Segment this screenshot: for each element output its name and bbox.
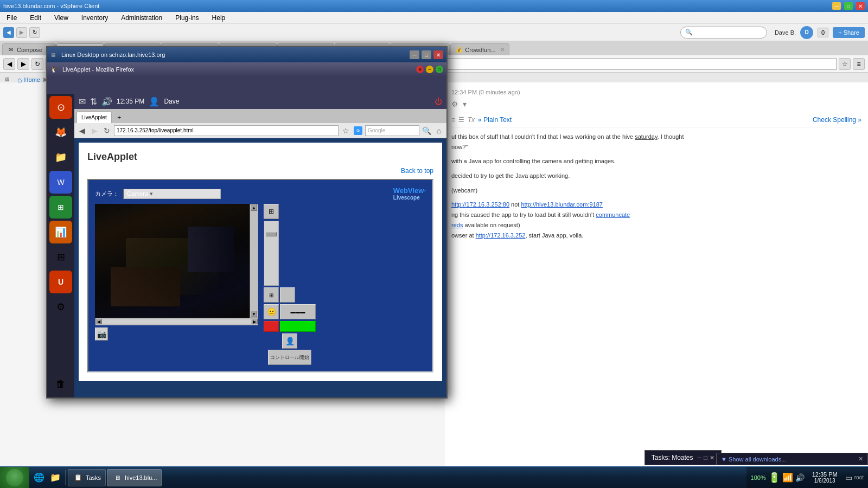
vsphere-menubar: File Edit View Inventory Administration … bbox=[0, 12, 868, 24]
camera-hscroll[interactable]: ◀ ▶ bbox=[95, 318, 258, 325]
start-button[interactable] bbox=[0, 467, 29, 489]
ql-folder-icon[interactable]: 📁 bbox=[48, 470, 63, 485]
tab-crowdfun-close[interactable]: ✕ bbox=[500, 47, 505, 53]
firefox-liveapplet-tab[interactable]: LiveApplet bbox=[76, 111, 112, 123]
new-tab-button[interactable]: + bbox=[114, 112, 125, 123]
hscroll-right[interactable]: ▶ bbox=[251, 319, 258, 324]
impress-sidebar-icon[interactable]: 📊 bbox=[49, 221, 72, 243]
taskbar-tasks[interactable]: 📋 Tasks bbox=[68, 469, 106, 486]
vscroll-up[interactable]: ▲ bbox=[251, 204, 257, 211]
vscroll-down[interactable]: ▼ bbox=[251, 311, 257, 317]
file-menu[interactable]: File bbox=[3, 13, 20, 23]
help-menu[interactable]: Help bbox=[209, 13, 229, 23]
show-downloads-link[interactable]: ▼ Show all downloads... bbox=[721, 456, 786, 463]
ff-search-btn[interactable]: 🔍 bbox=[421, 125, 432, 136]
record-button[interactable]: ▬▬▬ bbox=[280, 304, 316, 319]
ql-ie-icon[interactable]: 🌐 bbox=[31, 470, 47, 485]
link-3[interactable]: communcate bbox=[596, 211, 630, 218]
tab-crowdfun[interactable]: 💰 Crowdfun... ✕ bbox=[450, 43, 509, 55]
format-icon-3[interactable]: Tx bbox=[468, 116, 475, 124]
face-button[interactable]: 😐 bbox=[264, 304, 279, 319]
snapshot-button[interactable]: 📷 bbox=[95, 328, 108, 341]
camera-select[interactable]: Camera ▾ bbox=[123, 189, 221, 199]
share-button[interactable]: + Share bbox=[833, 27, 865, 38]
system-tray: 100% 🔋 📶 🔊 12:35 PM 1/6/2013 ▭ root bbox=[746, 467, 868, 488]
ff-back-button[interactable]: ◀ bbox=[76, 125, 87, 136]
ff-home-btn[interactable]: ⌂ bbox=[433, 125, 444, 136]
close-button[interactable]: ✕ bbox=[856, 2, 865, 10]
tab-compose-label: Compose bbox=[17, 47, 42, 53]
hscroll-left[interactable]: ◀ bbox=[95, 319, 102, 324]
downloads-close-btn[interactable]: ✕ bbox=[858, 455, 863, 463]
plain-text-label[interactable]: « Plain Text bbox=[478, 116, 512, 124]
toolbar-refresh[interactable]: ↻ bbox=[29, 27, 40, 38]
menu-button[interactable]: ≡ bbox=[853, 58, 865, 70]
u-sidebar-icon[interactable]: U bbox=[49, 271, 72, 293]
tasks-close-btn[interactable]: ✕ bbox=[710, 454, 714, 461]
ff-star-button[interactable]: ☆ bbox=[340, 125, 351, 136]
files-sidebar-icon[interactable]: 📁 bbox=[49, 146, 72, 169]
vmware-close-button[interactable]: ✕ bbox=[433, 50, 443, 59]
maximize-button[interactable]: □ bbox=[844, 2, 853, 10]
view-menu[interactable]: View bbox=[51, 13, 72, 23]
linux-time: 12:35 PM bbox=[117, 98, 144, 105]
linux-close-btn[interactable]: ✕ bbox=[416, 66, 424, 73]
firefox-sidebar-icon[interactable]: 🦊 bbox=[49, 121, 72, 144]
link-2[interactable]: http://hive13.blundar.com:9187 bbox=[521, 201, 602, 208]
administration-menu[interactable]: Administration bbox=[118, 13, 165, 23]
toolbar-back[interactable]: ◀ bbox=[3, 27, 14, 38]
format-icon-1[interactable]: ≡ bbox=[451, 116, 455, 124]
forward-button[interactable]: ▶ bbox=[17, 58, 29, 70]
minimize-button[interactable]: ─ bbox=[832, 2, 841, 10]
settings-sidebar-icon[interactable]: ⚙ bbox=[49, 296, 72, 318]
ff-google-search[interactable]: Google bbox=[365, 125, 419, 136]
ubuntu-icon[interactable]: ⊙ bbox=[49, 96, 72, 119]
zoom-slider-thumb[interactable] bbox=[266, 232, 277, 236]
refresh-button[interactable]: ↻ bbox=[31, 58, 43, 70]
back-to-top-link[interactable]: Back to top bbox=[87, 167, 433, 175]
zoom-out-down[interactable] bbox=[280, 287, 295, 303]
zoom-slider[interactable] bbox=[264, 221, 279, 286]
tasks-minimize-btn[interactable]: ─ bbox=[698, 454, 702, 461]
link-5[interactable]: http://172.16.3.252 bbox=[476, 232, 526, 239]
vmware-max-button[interactable]: □ bbox=[422, 50, 431, 59]
linux-min-btn[interactable]: ─ bbox=[426, 66, 433, 73]
tasks-maximize-btn[interactable]: □ bbox=[704, 454, 707, 461]
vmware-icon: 🖥 bbox=[50, 52, 56, 58]
edit-menu[interactable]: Edit bbox=[27, 13, 44, 23]
toolbar-forward[interactable]: ▶ bbox=[16, 27, 27, 38]
calc-sidebar-icon[interactable]: ⊞ bbox=[49, 196, 72, 219]
settings-icon-sidebar: ⚙ bbox=[56, 301, 65, 313]
writer-sidebar-icon[interactable]: W bbox=[49, 171, 72, 194]
ff-forward-button[interactable]: ▶ bbox=[89, 125, 100, 136]
settings-dropdown[interactable]: ▾ bbox=[463, 100, 467, 108]
control-open-button[interactable]: コントロール開始 bbox=[268, 350, 311, 365]
vmware-min-button[interactable]: ─ bbox=[410, 50, 419, 59]
check-spelling-label[interactable]: Check Spelling » bbox=[813, 116, 861, 124]
bookmark-button[interactable]: ☆ bbox=[839, 58, 851, 70]
grid-icon: ⊞ bbox=[57, 251, 65, 263]
ff-address-bar[interactable]: 172.16.3.252/top/liveapplet.html bbox=[114, 125, 339, 136]
camera-image bbox=[95, 204, 250, 318]
plugins-menu[interactable]: Plug-ins bbox=[172, 13, 202, 23]
linux-max-btn[interactable]: □ bbox=[436, 66, 443, 73]
grid-button[interactable]: ⊞ bbox=[264, 287, 279, 303]
back-button[interactable]: ◀ bbox=[3, 58, 15, 70]
grid-sidebar-icon[interactable]: ⊞ bbox=[49, 246, 72, 268]
trash-sidebar-icon[interactable]: 🗑 bbox=[49, 373, 72, 395]
settings-icon[interactable]: ⚙ bbox=[451, 100, 458, 108]
format-icon-2[interactable]: ☰ bbox=[458, 116, 464, 124]
show-desktop-button[interactable]: ▭ bbox=[845, 473, 852, 482]
taskbar-hive13[interactable]: 🖥 hive13.blu... bbox=[107, 469, 162, 486]
control-buttons-row: ⊞ bbox=[264, 287, 316, 303]
camera-vscroll[interactable]: ▲ ▼ bbox=[250, 204, 258, 318]
linux-power-icon[interactable]: ⏻ bbox=[435, 97, 442, 106]
notifications[interactable]: 0 bbox=[818, 28, 828, 37]
link-1[interactable]: http://172.16.3.252:80 bbox=[451, 201, 509, 208]
ptz-button[interactable]: ⊞ bbox=[264, 204, 279, 219]
link-4[interactable]: reds bbox=[451, 222, 463, 228]
inventory-menu[interactable]: Inventory bbox=[78, 13, 111, 23]
vsphere-search[interactable]: 🔍 bbox=[680, 27, 767, 38]
ff-refresh-button[interactable]: ↻ bbox=[101, 125, 112, 136]
person-button[interactable]: 👤 bbox=[282, 333, 297, 349]
